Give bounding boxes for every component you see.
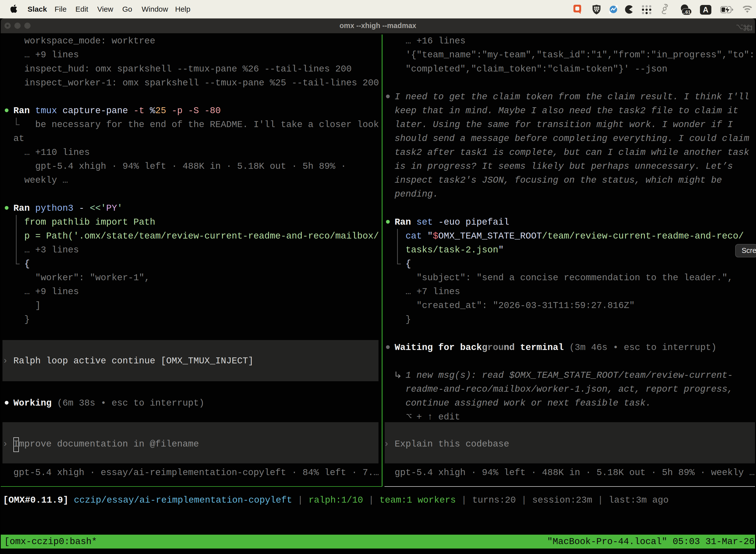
svg-text:A: A (703, 5, 708, 14)
svg-text:..61: ..61 (683, 9, 691, 15)
svg-text:1: 1 (750, 24, 752, 32)
